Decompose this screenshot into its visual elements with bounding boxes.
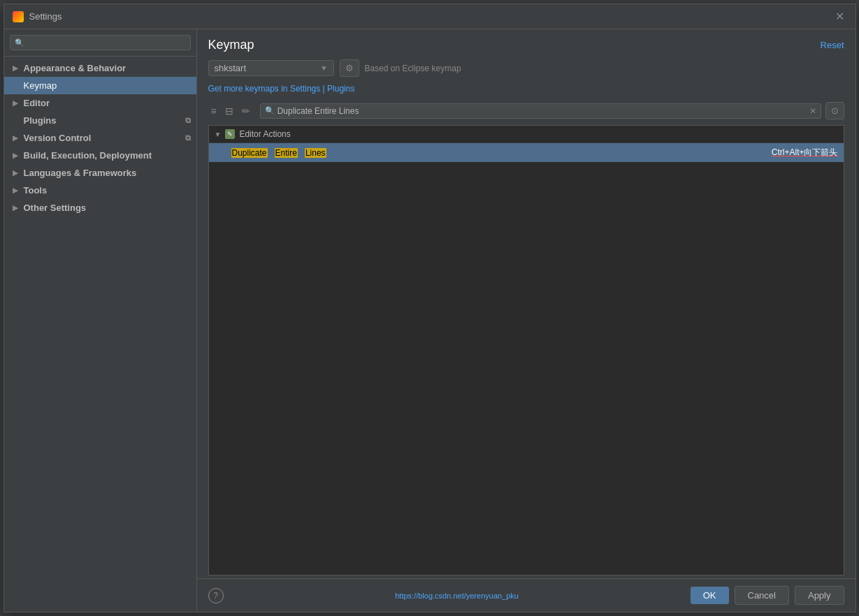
copy-icon-vc: ⧉: [185, 133, 191, 142]
sidebar-item-editor[interactable]: ▶ Editor: [4, 94, 196, 112]
filter-icon-1[interactable]: ≡: [208, 104, 219, 118]
sidebar-search-box: 🔍: [4, 29, 196, 57]
filter-icon-2[interactable]: ⊟: [222, 104, 236, 118]
filter-icons-group: ≡ ⊟ ✏: [208, 104, 253, 118]
close-button[interactable]: ✕: [833, 10, 847, 24]
tree-group-label: Editor Actions: [239, 129, 290, 139]
chevron-down-icon: ▶: [13, 64, 21, 72]
sidebar-item-plugins[interactable]: Plugins ⧉: [4, 112, 196, 129]
sidebar-item-keymap[interactable]: Keymap: [4, 77, 196, 94]
search-icon: 🔍: [265, 106, 275, 115]
dropdown-arrow-icon: ▼: [321, 64, 328, 72]
chevron-right-icon-build: ▶: [13, 152, 21, 159]
chevron-right-icon-vc: ▶: [13, 134, 21, 142]
main-panel: Keymap Reset shkstart ▼ ⚙ Based on Eclip…: [197, 29, 856, 612]
clear-search-icon[interactable]: ✕: [809, 106, 816, 116]
chevron-right-icon: ▶: [13, 99, 21, 107]
nav-list: ▶ Appearance & Behavior Keymap ▶ Editor …: [4, 57, 196, 612]
chevron-right-icon-lang: ▶: [13, 169, 21, 177]
scope-icon: ⊙: [831, 105, 839, 116]
bottom-bar: ? https://blog.csdn.net/yerenyuan_pku OK…: [197, 578, 856, 612]
apply-button[interactable]: Apply: [795, 586, 844, 605]
group-chevron-down-icon: ▼: [215, 131, 222, 138]
sidebar-search-input[interactable]: [27, 38, 186, 47]
search-scope-button[interactable]: ⊙: [825, 102, 844, 119]
table-row[interactable]: Duplicate Entire Lines Ctrl+Alt+向下箭头: [209, 143, 844, 162]
chevron-right-icon-other: ▶: [13, 204, 21, 212]
keymap-value: shkstart: [215, 63, 318, 73]
keymap-tree: ▼ ✎ Editor Actions Duplicate Entire Line…: [208, 125, 844, 575]
app-icon: [13, 11, 24, 22]
sidebar-item-build[interactable]: ▶ Build, Execution, Deployment: [4, 147, 196, 164]
shortcut-text: Ctrl+Alt+向下箭头: [772, 147, 838, 157]
content-area: 🔍 ▶ Appearance & Behavior Keymap ▶ Edito…: [4, 29, 856, 612]
keymap-search-input[interactable]: [277, 106, 807, 116]
filter-lines-icon: ⊟: [225, 105, 233, 117]
sidebar-item-tools[interactable]: ▶ Tools: [4, 182, 196, 199]
title-bar: Settings ✕: [4, 4, 856, 29]
sidebar-item-version-control[interactable]: ▶ Version Control ⧉: [4, 129, 196, 147]
keymap-toolbar: shkstart ▼ ⚙ Based on Eclipse keymap: [197, 52, 856, 84]
page-title: Keymap: [208, 38, 254, 52]
chevron-right-icon-tools: ▶: [13, 186, 21, 194]
main-header: Keymap Reset: [197, 29, 856, 52]
get-more-keymaps-link[interactable]: Get more keymaps in Settings | Plugins: [197, 84, 856, 99]
highlight-lines: Lines: [305, 148, 326, 158]
highlight-duplicate: Duplicate: [231, 148, 268, 158]
sidebar-item-languages[interactable]: ▶ Languages & Frameworks: [4, 164, 196, 182]
help-button[interactable]: ?: [208, 588, 224, 603]
sidebar-item-other[interactable]: ▶ Other Settings: [4, 199, 196, 217]
keymap-search-wrap[interactable]: 🔍 ✕: [260, 103, 821, 119]
cancel-button[interactable]: Cancel: [735, 586, 789, 605]
reset-button[interactable]: Reset: [821, 40, 844, 50]
keymap-dropdown[interactable]: shkstart ▼: [208, 60, 334, 76]
tree-group-editor-actions[interactable]: ▼ ✎ Editor Actions: [209, 126, 844, 143]
based-on-label: Based on Eclipse keymap: [365, 64, 461, 73]
editor-actions-icon: ✎: [225, 129, 235, 139]
tree-row-name: Duplicate Entire Lines: [231, 148, 772, 158]
copy-icon-plugins: ⧉: [185, 116, 191, 125]
sidebar-item-appearance[interactable]: ▶ Appearance & Behavior: [4, 59, 196, 77]
settings-dialog: Settings ✕ 🔍 ▶ Appearance & Behavior: [3, 3, 856, 613]
shortcut-label: Ctrl+Alt+向下箭头: [772, 147, 838, 159]
filter-bar: ≡ ⊟ ✏ 🔍 ✕ ⊙: [197, 99, 856, 122]
footer-url: https://blog.csdn.net/yerenyuan_pku: [395, 592, 519, 600]
sidebar-search-icon: 🔍: [15, 38, 24, 47]
gear-button[interactable]: ⚙: [340, 59, 359, 77]
sidebar: 🔍 ▶ Appearance & Behavior Keymap ▶ Edito…: [4, 29, 197, 612]
highlight-entire: Entire: [275, 148, 298, 158]
pencil-icon: ✏: [242, 105, 250, 117]
get-more-text: Get more keymaps in Settings: [208, 84, 321, 94]
sidebar-search-wrap[interactable]: 🔍: [10, 35, 191, 50]
lines-icon: ≡: [211, 105, 217, 117]
dialog-title: Settings: [29, 11, 62, 22]
plugins-link-text: Plugins: [327, 84, 354, 94]
edit-icon-btn[interactable]: ✏: [239, 104, 253, 118]
gear-icon: ⚙: [345, 63, 354, 73]
ok-button[interactable]: OK: [691, 587, 729, 604]
